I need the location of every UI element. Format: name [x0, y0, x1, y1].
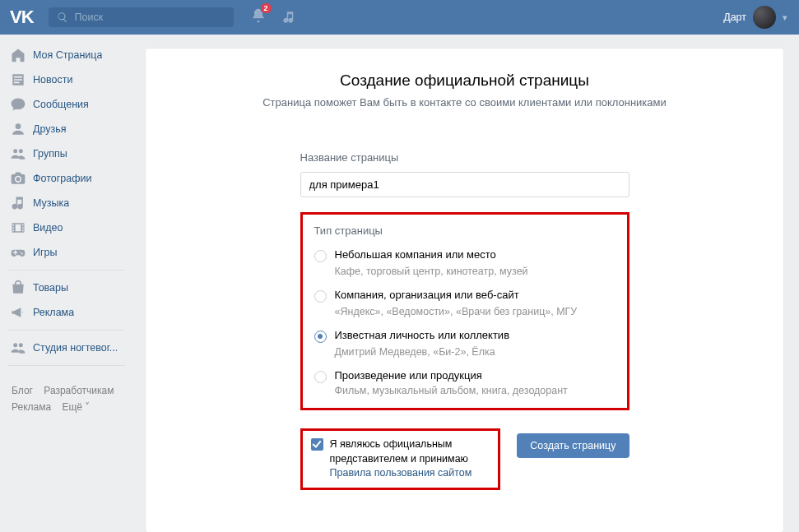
nav-groups[interactable]: Группы — [8, 141, 132, 166]
nav-photos[interactable]: Фотографии — [8, 166, 132, 191]
nav-messages[interactable]: Сообщения — [8, 92, 132, 117]
top-header: VK 2 Дарт ▾ — [0, 0, 799, 35]
left-sidebar: Моя Страница Новости Сообщения Друзья Гр… — [0, 35, 132, 532]
chevron-down-icon: ˅ — [85, 401, 90, 413]
radio-icon — [314, 371, 327, 383]
agree-highlight-box: Я являюсь официальным представителем и п… — [300, 428, 501, 490]
create-page-card: Создание официальной страницы Страница п… — [145, 48, 784, 532]
search-input[interactable] — [75, 12, 223, 23]
nav-community[interactable]: Студия ногтевог... — [8, 335, 132, 360]
nav-label: Студия ногтевог... — [33, 342, 118, 354]
nav-games[interactable]: Игры — [8, 240, 132, 265]
nav-ads[interactable]: Реклама — [8, 300, 132, 325]
nav-my-page[interactable]: Моя Страница — [8, 43, 132, 67]
radio-hint: Дмитрий Медведев, «Би-2», Ёлка — [335, 346, 616, 358]
nav-label: Группы — [33, 148, 67, 160]
agree-checkbox[interactable] — [311, 438, 323, 451]
radio-icon — [314, 331, 327, 343]
radio-hint: «Яндекс», «Ведомости», «Врачи без границ… — [335, 306, 616, 317]
user-menu[interactable]: Дарт ▾ — [723, 6, 792, 29]
footer-blog[interactable]: Блог — [12, 382, 33, 399]
nav-video[interactable]: Видео — [8, 215, 132, 240]
footer-dev[interactable]: Разработчикам — [44, 382, 114, 399]
nav-label: Друзья — [33, 123, 67, 135]
nav-label: Игры — [33, 247, 57, 258]
radio-small-company[interactable]: Небольшая компания или место — [314, 248, 616, 262]
search-box[interactable] — [49, 7, 234, 27]
page-title: Создание официальной страницы — [162, 72, 767, 90]
agree-text: Я являюсь официальным представителем и п… — [330, 437, 490, 481]
username: Дарт — [723, 12, 746, 23]
radio-icon — [314, 290, 327, 303]
radio-title: Небольшая компания или место — [335, 248, 496, 261]
nav-label: Моя Страница — [33, 49, 102, 61]
radio-person[interactable]: Известная личность или коллектив — [314, 329, 616, 343]
radio-title: Произведение или продукция — [335, 369, 482, 382]
nav-news[interactable]: Новости — [8, 67, 132, 92]
footer-ads[interactable]: Реклама — [12, 399, 51, 415]
create-page-button[interactable]: Создать страницу — [517, 433, 629, 458]
nav-label: Видео — [33, 222, 63, 234]
notification-badge: 2 — [260, 2, 272, 14]
avatar — [753, 6, 776, 29]
nav-music[interactable]: Музыка — [8, 191, 132, 215]
radio-title: Известная личность или коллектив — [335, 329, 510, 341]
radio-title: Компания, организация или веб-сайт — [335, 289, 519, 301]
notifications-button[interactable]: 2 — [250, 7, 267, 27]
nav-label: Реклама — [33, 307, 74, 318]
footer-more[interactable]: Ещё ˅ — [62, 399, 90, 415]
name-label: Название страницы — [300, 151, 629, 164]
radio-organization[interactable]: Компания, организация или веб-сайт — [314, 289, 616, 303]
radio-icon — [314, 250, 327, 262]
type-label: Тип страницы — [314, 224, 616, 237]
nav-label: Музыка — [33, 197, 69, 209]
footer-links: Блог Разработчикам Реклама Ещё ˅ — [8, 371, 132, 416]
chevron-down-icon: ▾ — [783, 12, 787, 23]
nav-label: Фотографии — [33, 173, 91, 184]
radio-hint: Фильм, музыкальный альбом, книга, дезодо… — [335, 385, 616, 396]
terms-link[interactable]: Правила пользования сайтом — [330, 467, 472, 479]
search-icon — [57, 12, 68, 23]
nav-friends[interactable]: Друзья — [8, 117, 132, 141]
nav-market[interactable]: Товары — [8, 275, 132, 300]
vk-logo[interactable]: VK — [7, 7, 42, 28]
music-icon[interactable] — [281, 10, 296, 25]
type-highlight-box: Тип страницы Небольшая компания или мест… — [300, 212, 629, 410]
radio-hint: Кафе, торговый центр, кинотеатр, музей — [335, 266, 616, 277]
radio-product[interactable]: Произведение или продукция — [314, 369, 616, 383]
page-name-input[interactable] — [300, 172, 629, 197]
nav-label: Товары — [33, 282, 68, 294]
nav-label: Сообщения — [33, 99, 89, 110]
nav-label: Новости — [33, 74, 72, 86]
page-subtitle: Страница поможет Вам быть в контакте со … — [162, 96, 767, 109]
